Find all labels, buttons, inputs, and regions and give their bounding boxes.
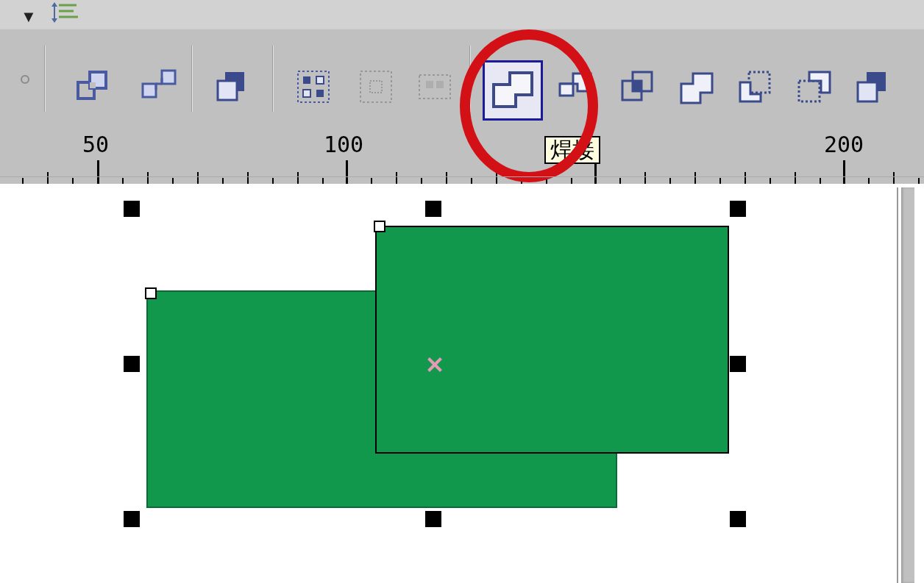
ruler-tick [197, 172, 199, 184]
linespacing-icon[interactable] [51, 0, 88, 30]
svg-rect-18 [316, 76, 324, 84]
selection-handle[interactable] [124, 201, 140, 217]
ruler-tick [694, 172, 696, 184]
simplify-icon[interactable] [677, 68, 717, 108]
node-handle[interactable] [374, 221, 385, 232]
svg-rect-23 [419, 75, 450, 99]
svg-marker-2 [51, 18, 57, 23]
svg-rect-28 [633, 81, 642, 91]
ruler-tick [571, 178, 572, 184]
ruler-tick [371, 178, 372, 184]
ruler-tick [446, 172, 447, 184]
selection-handle[interactable] [124, 356, 140, 372]
ruler-tick [22, 178, 24, 184]
svg-rect-25 [436, 81, 444, 88]
align-distribute-icon[interactable] [294, 68, 335, 108]
ruler-tick [421, 178, 422, 184]
combine-icon[interactable] [74, 68, 114, 108]
ruler-tick [297, 172, 299, 184]
ruler-tick [346, 160, 348, 184]
ruler-tick [744, 172, 746, 184]
ruler-tick [795, 172, 796, 184]
node-handle[interactable] [145, 287, 157, 299]
svg-rect-32 [858, 82, 877, 101]
dropdown-arrow-icon[interactable]: ▼ [21, 7, 37, 26]
ruler-tick [47, 172, 49, 184]
svg-rect-21 [360, 71, 391, 102]
ruler-tick [719, 178, 721, 184]
ruler-tick [471, 178, 472, 184]
ruler-tick [820, 178, 821, 184]
horizontal-ruler[interactable]: 50100200 [0, 129, 924, 184]
toolbar-separator [191, 46, 193, 112]
ruler-label: 200 [824, 132, 864, 157]
svg-rect-29 [749, 72, 770, 93]
selection-handle[interactable] [730, 356, 746, 372]
svg-rect-19 [303, 90, 310, 97]
selection-handle[interactable] [425, 201, 441, 217]
align-page-icon [416, 68, 456, 108]
ruler-tick [322, 178, 324, 184]
svg-rect-17 [303, 76, 310, 84]
toolbar-separator [272, 46, 274, 112]
svg-rect-24 [426, 81, 433, 88]
menu-strip [0, 0, 924, 29]
svg-marker-1 [51, 2, 57, 7]
ruler-label: 100 [324, 132, 363, 157]
selection-handle[interactable] [425, 511, 441, 527]
group-icon[interactable] [213, 68, 254, 108]
ruler-tick [868, 178, 870, 184]
ruler-tick [97, 160, 99, 184]
back-minus-front-icon[interactable] [795, 68, 835, 108]
svg-rect-20 [316, 90, 324, 97]
annotation-circle [460, 29, 598, 182]
ruler-label: 50 [82, 132, 109, 157]
svg-rect-8 [90, 82, 96, 88]
ruler-tick [619, 178, 621, 184]
align-center-icon [357, 68, 397, 108]
svg-rect-15 [218, 81, 237, 100]
break-apart-icon[interactable] [140, 68, 180, 108]
ruler-tick [918, 178, 920, 184]
front-minus-back-icon[interactable] [736, 68, 776, 108]
guide-line [0, 176, 924, 177]
green-rectangle-front[interactable] [375, 226, 729, 454]
ruler-tick [843, 160, 845, 184]
boundary-icon[interactable] [853, 68, 894, 108]
selection-center-icon [427, 357, 441, 372]
ruler-tick [644, 172, 646, 184]
ruler-tick [893, 172, 895, 184]
ruler-tick [770, 178, 771, 184]
svg-rect-22 [370, 81, 382, 93]
ruler-tick [272, 178, 274, 184]
svg-rect-10 [162, 71, 175, 84]
ruler-tick [669, 178, 671, 184]
page-shadow [901, 187, 914, 583]
origin-indicator-icon[interactable] [21, 75, 29, 84]
ruler-tick [147, 172, 149, 184]
toolbar-separator [44, 46, 46, 112]
selection-handle[interactable] [124, 511, 140, 527]
svg-rect-9 [143, 84, 156, 97]
page-edge [897, 187, 898, 583]
ruler-tick [396, 172, 397, 184]
ruler-tick [222, 178, 224, 184]
selection-handle[interactable] [730, 201, 746, 217]
ruler-tick [247, 172, 249, 184]
ruler-tick [72, 178, 74, 184]
ruler-tick [172, 178, 174, 184]
selection-handle[interactable] [730, 511, 746, 527]
intersect-icon[interactable] [618, 68, 658, 108]
svg-rect-30 [799, 81, 820, 101]
ruler-tick [122, 178, 124, 184]
